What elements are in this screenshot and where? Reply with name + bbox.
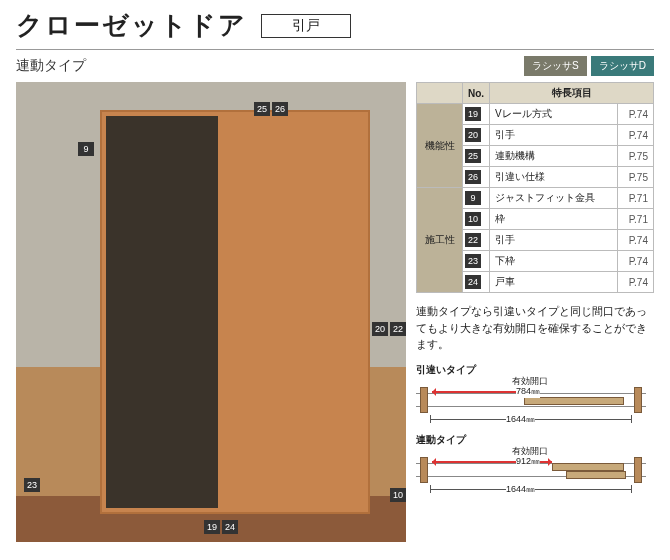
diagram-2: 連動タイプ 有効開口 912㎜ 1644㎜ [416,433,654,493]
callout-top: 25 26 [254,102,288,116]
group-cell: 機能性 [417,104,463,188]
spec-item: Vレール方式 [490,104,618,125]
spec-num: 23 [465,254,481,268]
group-cell: 施工性 [417,188,463,293]
spec-num: 9 [465,191,481,205]
callout-num: 25 [254,102,270,116]
callout-num: 22 [390,322,406,336]
spec-num: 26 [465,170,481,184]
callout-num: 20 [372,322,388,336]
spec-row: 機能性 19 Vレール方式 P.74 [417,104,654,125]
page-subtitle: 引戸 [261,14,351,38]
spec-item: 連動機構 [490,146,618,167]
opening-value: 912㎜ [516,455,540,468]
spec-num: 10 [465,212,481,226]
col-no: No. [463,83,490,104]
spec-num: 22 [465,233,481,247]
spec-page: P.71 [618,209,654,230]
product-photo-wrap: 25 26 9 20 22 23 19 24 10 [16,82,406,542]
total-value: 1644㎜ [506,413,535,426]
spec-item: 戸車 [490,272,618,293]
spec-item: 下枠 [490,251,618,272]
page-title: クローゼットドア [16,8,247,43]
tag-group: ラシッサS ラシッサD [524,56,654,76]
callout-left: 9 [78,142,94,156]
spec-head-row: No. 特長項目 [417,83,654,104]
spec-item: ジャストフィット金具 [490,188,618,209]
spec-page: P.74 [618,230,654,251]
header: クローゼットドア 引戸 [0,0,670,47]
callout-num: 10 [390,488,406,502]
spec-item: 枠 [490,209,618,230]
spec-item: 引手 [490,125,618,146]
spec-num: 25 [465,149,481,163]
spec-num: 20 [465,128,481,142]
spec-page: P.74 [618,125,654,146]
callout-right-mid: 20 22 [372,322,406,336]
spec-table: No. 特長項目 機能性 19 Vレール方式 P.74 20 引手 P.74 2… [416,82,654,293]
spec-page: P.75 [618,167,654,188]
spec-page: P.74 [618,104,654,125]
callout-bottom-center: 19 24 [204,520,238,534]
spec-num: 24 [465,275,481,289]
callout-num: 26 [272,102,288,116]
description: 連動タイプなら引違いタイプと同じ間口であってもより大きな有効開口を確保することが… [416,303,654,353]
door-panel [100,110,370,514]
diagram-svg: 有効開口 912㎜ 1644㎜ [416,449,646,493]
spec-row: 施工性 9 ジャストフィット金具 P.71 [417,188,654,209]
callout-bottom-left: 23 [24,478,40,492]
tag-product-d: ラシッサD [591,56,654,76]
opening-value: 784㎜ [516,385,540,398]
closet-interior [106,116,218,508]
diagram-1: 引違いタイプ 有効開口 784㎜ 1644㎜ [416,363,654,423]
subtype-label: 連動タイプ [16,57,86,75]
divider [16,49,654,50]
diagram-svg: 有効開口 784㎜ 1644㎜ [416,379,646,423]
subheader: 連動タイプ ラシッサS ラシッサD [0,54,670,82]
right-column: No. 特長項目 機能性 19 Vレール方式 P.74 20 引手 P.74 2… [416,82,654,542]
spec-num: 19 [465,107,481,121]
spec-page: P.74 [618,272,654,293]
main-layout: 25 26 9 20 22 23 19 24 10 No. 特長項目 [0,82,670,542]
callout-num: 24 [222,520,238,534]
callout-num: 19 [204,520,220,534]
callout-num: 23 [24,478,40,492]
tag-product-s: ラシッサS [524,56,587,76]
spec-page: P.71 [618,188,654,209]
product-photo [16,82,406,542]
callout-bottom-right: 10 [390,488,406,502]
spec-page: P.74 [618,251,654,272]
total-value: 1644㎜ [506,483,535,496]
spec-item: 引違い仕様 [490,167,618,188]
col-item: 特長項目 [490,83,654,104]
spec-page: P.75 [618,146,654,167]
spec-item: 引手 [490,230,618,251]
callout-num: 9 [78,142,94,156]
